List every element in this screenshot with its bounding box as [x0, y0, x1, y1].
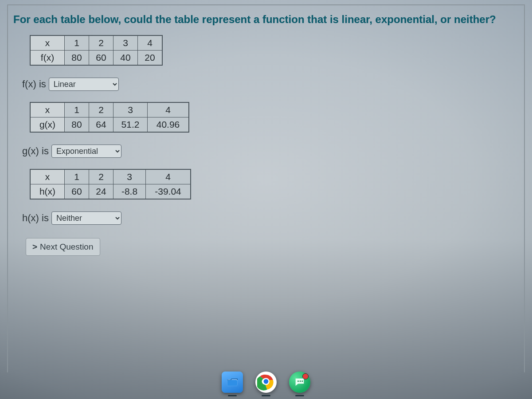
cell: 80	[65, 51, 89, 65]
answer-f-prefix: f(x) is	[22, 78, 46, 90]
table-f-block: x 1 2 3 4 f(x) 80 60 40 20	[30, 35, 520, 65]
table-row: g(x) 80 64 51.2 40.96	[31, 117, 189, 132]
cell: 60	[89, 51, 113, 65]
notification-dot-icon	[302, 373, 309, 379]
cell: 4	[146, 170, 191, 184]
svg-rect-1	[227, 380, 238, 386]
cell: 1	[65, 36, 89, 51]
answer-g-prefix: g(x) is	[22, 145, 49, 157]
chat-icon[interactable]	[289, 372, 310, 393]
cell: 3	[113, 170, 146, 184]
table-g: x 1 2 3 4 g(x) 80 64 51.2 40.96	[30, 102, 189, 132]
table-row: f(x) 80 60 40 20	[31, 51, 162, 65]
answer-h-select[interactable]: LinearExponentialNeither	[51, 211, 121, 225]
cell: 2	[89, 36, 113, 51]
cell-flabel: g(x)	[31, 117, 65, 132]
cell: 60	[65, 184, 89, 199]
svg-point-7	[301, 380, 303, 382]
cell: 51.2	[113, 117, 148, 132]
cell: 80	[65, 117, 89, 132]
answer-f-select[interactable]: LinearExponentialNeither	[49, 78, 119, 91]
cell: 1	[65, 103, 89, 117]
table-f: x 1 2 3 4 f(x) 80 60 40 20	[30, 35, 162, 65]
cell: 1	[65, 170, 89, 184]
cell: 24	[89, 184, 113, 199]
cell-flabel: f(x)	[31, 51, 65, 65]
chevron-right-icon: >	[32, 242, 37, 251]
question-text: For each table below, could the table re…	[13, 13, 519, 26]
cell-flabel: h(x)	[31, 184, 65, 199]
taskbar-underline	[262, 395, 270, 396]
cell: 3	[113, 103, 148, 117]
table-row: x 1 2 3 4	[31, 36, 162, 51]
chrome-icon[interactable]	[255, 372, 277, 393]
table-h: x 1 2 3 4 h(x) 60 24 -8.8 -39.04	[30, 169, 191, 199]
taskbar-underline	[295, 395, 304, 396]
cell: 4	[138, 36, 162, 51]
cell: 3	[113, 36, 138, 51]
cell: -8.8	[113, 184, 146, 199]
answer-h-prefix: h(x) is	[22, 212, 49, 224]
cell-xlabel: x	[31, 36, 65, 51]
cell: -39.04	[146, 184, 191, 199]
taskbar	[222, 372, 310, 393]
cell: 40.96	[148, 117, 189, 132]
answer-g-select[interactable]: LinearExponentialNeither	[51, 145, 121, 158]
table-row: x 1 2 3 4	[31, 170, 191, 184]
next-question-label: Next Question	[40, 242, 93, 251]
answer-f-line: f(x) is LinearExponentialNeither	[22, 78, 520, 91]
table-row: x 1 2 3 4	[31, 103, 189, 117]
cell: 40	[113, 51, 138, 65]
files-icon[interactable]	[222, 372, 243, 393]
table-h-block: x 1 2 3 4 h(x) 60 24 -8.8 -39.04	[30, 169, 520, 199]
cell: 20	[138, 51, 162, 65]
cell-xlabel: x	[31, 103, 65, 117]
table-g-block: x 1 2 3 4 g(x) 80 64 51.2 40.96	[30, 102, 520, 132]
next-question-button[interactable]: >Next Question	[26, 238, 100, 256]
answer-g-line: g(x) is LinearExponentialNeither	[22, 145, 520, 158]
cell: 2	[89, 103, 113, 117]
table-row: h(x) 60 24 -8.8 -39.04	[31, 184, 191, 199]
question-frame: For each table below, could the table re…	[7, 4, 525, 372]
svg-point-5	[297, 380, 299, 382]
cell: 2	[89, 170, 113, 184]
taskbar-underline	[228, 395, 237, 396]
svg-point-6	[300, 380, 301, 382]
cell-xlabel: x	[31, 170, 65, 184]
cell: 64	[89, 117, 113, 132]
answer-h-line: h(x) is LinearExponentialNeither	[22, 211, 520, 225]
cell: 4	[148, 103, 189, 117]
